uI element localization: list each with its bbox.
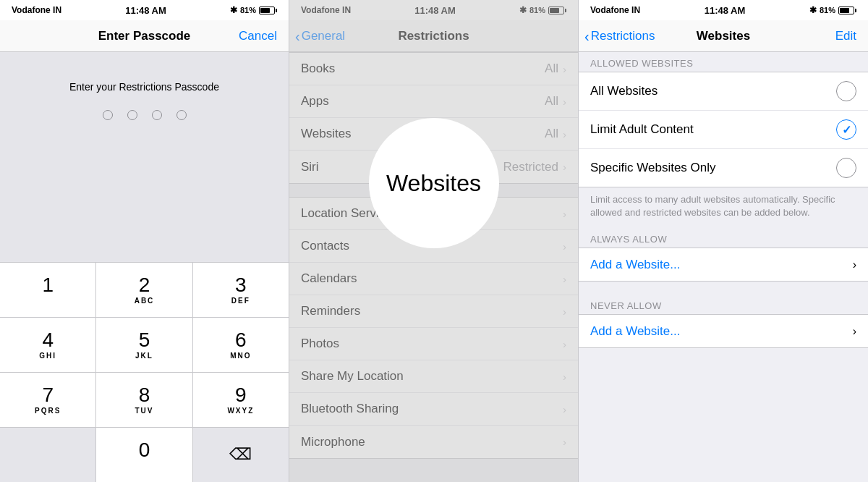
carrier-2: Vodafone IN	[301, 5, 351, 15]
key-3[interactable]: 3 DEF	[193, 263, 289, 317]
status-icons-2: ✱ 81%	[519, 5, 566, 15]
time-2: 11:48 AM	[414, 5, 456, 16]
back-chevron: ‹	[295, 29, 300, 43]
check-all-websites	[836, 81, 856, 101]
screen-passcode: Vodafone IN 11:48 AM ✱ 81% Enter Passcod…	[0, 0, 289, 482]
restrictions-nav: ‹ General Restrictions	[289, 20, 578, 52]
list-item-apps[interactable]: Apps All ›	[289, 85, 578, 118]
key-5[interactable]: 5 JKL	[96, 318, 192, 372]
chevron-websites: ›	[563, 128, 566, 140]
chevron-books: ›	[563, 63, 566, 75]
list-item-books[interactable]: Books All ›	[289, 53, 578, 85]
chevron-apps: ›	[563, 96, 566, 108]
check-limit-adult	[836, 119, 856, 140]
dot-2	[127, 110, 137, 120]
status-bar-2: Vodafone IN 11:48 AM ✱ 81%	[289, 0, 578, 20]
option-limit-adult[interactable]: Limit Adult Content	[579, 111, 868, 149]
back-label: General	[302, 29, 345, 43]
always-allow-header: ALWAYS ALLOW	[579, 228, 868, 248]
chevron-share-location: ›	[563, 371, 566, 383]
status-icons-3: ✱ 81%	[809, 5, 856, 15]
carrier-1: Vodafone IN	[12, 5, 61, 15]
spacer-2	[579, 282, 868, 295]
never-allow-list: Add a Website... ›	[579, 314, 868, 348]
battery-icon-3	[838, 7, 856, 14]
chevron-photos: ›	[563, 338, 566, 350]
add-never-website[interactable]: Add a Website... ›	[579, 315, 868, 347]
passcode-nav: Enter Passcode Cancel	[0, 20, 289, 52]
key-8[interactable]: 8 TUV	[96, 373, 192, 427]
key-delete[interactable]: ⌫	[193, 428, 289, 482]
bluetooth-icon: ✱	[230, 5, 237, 15]
always-allow-list: Add a Website... ›	[579, 248, 868, 282]
restrictions-title: Restrictions	[398, 29, 469, 43]
chevron-siri: ›	[563, 161, 566, 173]
websites-highlight-circle: Websites	[369, 118, 499, 248]
bluetooth-icon-3: ✱	[809, 5, 817, 15]
key-6[interactable]: 6 MNO	[193, 318, 289, 372]
list-item-microphone[interactable]: Microphone ›	[289, 426, 578, 458]
option-specific-only[interactable]: Specific Websites Only	[579, 149, 868, 187]
status-bar-3: Vodafone IN 11:48 AM ✱ 81%	[579, 0, 868, 20]
status-icons-1: ✱ 81%	[230, 5, 277, 15]
chevron-reminders: ›	[563, 305, 566, 318]
list-item-share-location[interactable]: Share My Location ›	[289, 360, 578, 393]
battery-icon-1	[259, 7, 277, 14]
chevron-microphone: ›	[563, 436, 566, 448]
edit-button[interactable]: Edit	[835, 29, 856, 43]
back-label-3: Restrictions	[591, 29, 655, 43]
screen-websites: Vodafone IN 11:48 AM ✱ 81% ‹ Restriction…	[579, 0, 868, 482]
list-item-photos[interactable]: Photos ›	[289, 328, 578, 360]
back-chevron-3: ‹	[584, 29, 590, 43]
battery-percent: 81%	[240, 6, 256, 14]
passcode-prompt: Enter your Restrictions Passcode	[69, 81, 219, 93]
key-1[interactable]: 1	[0, 263, 95, 317]
key-7[interactable]: 7 PQRS	[0, 373, 95, 427]
list-item-calendars[interactable]: Calendars ›	[289, 263, 578, 295]
chevron-add-never: ›	[853, 325, 856, 338]
status-bar-1: Vodafone IN 11:48 AM ✱ 81%	[0, 0, 289, 20]
key-4[interactable]: 4 GHI	[0, 318, 95, 372]
passcode-body: Enter your Restrictions Passcode	[0, 52, 289, 262]
option-all-websites[interactable]: All Websites	[579, 72, 868, 111]
dot-3	[152, 110, 162, 120]
websites-content: ALLOWED WEBSITES All Websites Limit Adul…	[579, 52, 868, 482]
keypad: 1 2 ABC 3 DEF 4 GHI 5 JKL 6 MNO 7 PQRS 8	[0, 262, 289, 482]
chevron-location: ›	[563, 208, 566, 220]
websites-options-list: All Websites Limit Adult Content Specifi…	[579, 72, 868, 187]
passcode-dots	[103, 110, 187, 120]
allowed-websites-header: ALLOWED WEBSITES	[579, 52, 868, 72]
add-always-website[interactable]: Add a Website... ›	[579, 248, 868, 281]
list-item-reminders[interactable]: Reminders ›	[289, 295, 578, 328]
cancel-button[interactable]: Cancel	[239, 29, 277, 43]
websites-title: Websites	[697, 29, 750, 43]
chevron-contacts: ›	[563, 240, 566, 253]
websites-nav: ‹ Restrictions Websites Edit	[579, 20, 868, 52]
restrictions-content: Books All › Apps All › Websites All ›	[289, 52, 578, 482]
key-0[interactable]: 0	[96, 428, 192, 482]
list-item-bluetooth[interactable]: Bluetooth Sharing ›	[289, 393, 578, 426]
bluetooth-icon-2: ✱	[519, 5, 527, 15]
time-1: 11:48 AM	[125, 5, 166, 16]
battery-percent-2: 81%	[529, 6, 545, 14]
never-allow-header: NEVER ALLOW	[579, 295, 868, 314]
chevron-bluetooth: ›	[563, 403, 566, 415]
screen-restrictions: Vodafone IN 11:48 AM ✱ 81% ‹ General Res…	[289, 0, 579, 482]
time-3: 11:48 AM	[705, 5, 746, 16]
websites-description: Limit access to many adult websites auto…	[579, 187, 868, 228]
battery-icon-2	[548, 7, 566, 14]
chevron-calendars: ›	[563, 273, 566, 285]
websites-circle-text: Websites	[386, 170, 481, 197]
carrier-3: Vodafone IN	[590, 5, 640, 15]
key-2[interactable]: 2 ABC	[96, 263, 192, 317]
chevron-add-always: ›	[853, 258, 856, 271]
dot-4	[176, 110, 187, 120]
check-specific-only	[836, 158, 856, 178]
dot-1	[103, 110, 113, 120]
key-empty	[0, 428, 95, 482]
battery-percent-3: 81%	[820, 6, 835, 14]
passcode-title: Enter Passcode	[98, 29, 191, 43]
back-to-restrictions[interactable]: ‹ Restrictions	[584, 29, 655, 43]
back-to-general[interactable]: ‹ General	[295, 29, 345, 43]
key-9[interactable]: 9 WXYZ	[193, 373, 289, 427]
